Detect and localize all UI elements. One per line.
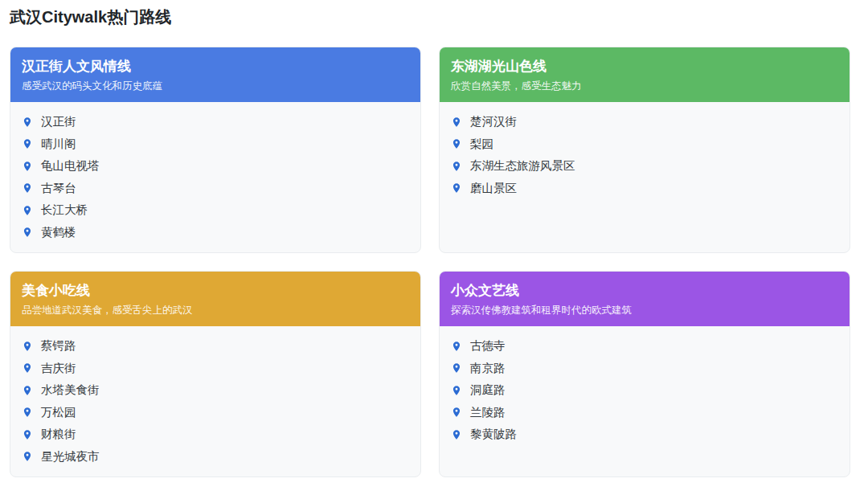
route-stop-item: 磨山景区	[451, 178, 838, 200]
route-description: 欣赏自然美景，感受生态魅力	[451, 80, 838, 93]
location-pin-icon	[22, 451, 33, 462]
location-pin-icon	[451, 429, 462, 440]
route-description: 品尝地道武汉美食，感受舌尖上的武汉	[22, 304, 409, 317]
route-stop-item: 万松园	[22, 402, 409, 424]
route-stop-item: 梨园	[451, 133, 838, 156]
stop-name: 梨园	[470, 133, 493, 155]
route-stop-item: 水塔美食街	[22, 379, 409, 402]
location-pin-icon	[22, 385, 33, 396]
route-title: 小众文艺线	[451, 281, 838, 301]
route-stop-item: 吉庆街	[22, 358, 409, 380]
location-pin-icon	[22, 182, 33, 194]
stop-name: 水塔美食街	[41, 379, 100, 401]
route-card: 汉正街人文风情线 感受武汉的码头文化和历史底蕴 汉正街 晴川阁 龟山电视塔	[10, 47, 421, 253]
route-stop-item: 洞庭路	[451, 379, 838, 402]
stop-name: 财粮街	[41, 423, 76, 445]
route-stop-item: 楚河汉街	[451, 111, 838, 133]
route-card-header: 小众文艺线 探索汉传佛教建筑和租界时代的欧式建筑	[440, 272, 850, 326]
stop-name: 洞庭路	[470, 379, 506, 401]
route-stop-item: 古琴台	[22, 178, 409, 200]
stop-name: 磨山景区	[470, 178, 517, 199]
route-stop-item: 东湖生态旅游风景区	[451, 155, 838, 178]
route-stop-item: 星光城夜市	[22, 446, 409, 468]
route-stop-item: 财粮街	[22, 423, 409, 446]
stop-name: 古德寺	[470, 335, 506, 357]
location-pin-icon	[22, 407, 33, 418]
location-pin-icon	[22, 429, 33, 440]
stop-name: 龟山电视塔	[41, 155, 100, 177]
location-pin-icon	[22, 117, 33, 128]
route-stop-item: 汉正街	[22, 111, 409, 133]
route-stop-item: 古德寺	[451, 335, 838, 358]
route-card: 小众文艺线 探索汉传佛教建筑和租界时代的欧式建筑 古德寺 南京路 洞庭路	[439, 271, 850, 477]
route-stop-item: 南京路	[451, 358, 838, 380]
route-stop-item: 晴川阁	[22, 133, 409, 156]
location-pin-icon	[451, 117, 462, 128]
stop-name: 黄鹤楼	[41, 222, 76, 243]
routes-grid: 汉正街人文风情线 感受武汉的码头文化和历史底蕴 汉正街 晴川阁 龟山电视塔	[10, 47, 850, 477]
location-pin-icon	[22, 138, 33, 149]
stop-name: 古琴台	[41, 178, 76, 199]
route-stop-item: 兰陵路	[451, 402, 838, 424]
stop-name: 东湖生态旅游风景区	[470, 155, 575, 177]
route-description: 探索汉传佛教建筑和租界时代的欧式建筑	[451, 304, 838, 317]
location-pin-icon	[22, 205, 33, 216]
route-stop-item: 蔡锷路	[22, 335, 409, 358]
location-pin-icon	[451, 385, 462, 396]
location-pin-icon	[451, 161, 462, 172]
location-pin-icon	[22, 227, 33, 238]
location-pin-icon	[451, 407, 462, 418]
route-title: 东湖湖光山色线	[451, 57, 838, 76]
route-description: 感受武汉的码头文化和历史底蕴	[22, 80, 409, 93]
location-pin-icon	[451, 138, 462, 149]
stop-name: 万松园	[41, 402, 76, 423]
location-pin-icon	[451, 182, 462, 194]
route-stop-item: 黄鹤楼	[22, 222, 409, 244]
page: 武汉Citywalk热门路线 汉正街人文风情线 感受武汉的码头文化和历史底蕴 汉…	[0, 0, 850, 477]
route-stops-list: 楚河汉街 梨园 东湖生态旅游风景区 磨山景区	[440, 102, 850, 252]
route-stop-item: 长江大桥	[22, 199, 409, 222]
route-stop-item: 黎黄陂路	[451, 423, 838, 446]
stop-name: 蔡锷路	[41, 335, 76, 357]
stop-name: 兰陵路	[470, 402, 506, 423]
stop-name: 南京路	[470, 358, 506, 379]
route-stops-list: 古德寺 南京路 洞庭路 兰陵路 黎黄陂路	[440, 326, 850, 477]
stop-name: 黎黄陂路	[470, 423, 517, 445]
location-pin-icon	[22, 341, 33, 352]
route-stop-item: 龟山电视塔	[22, 155, 409, 178]
stop-name: 吉庆街	[41, 358, 76, 379]
route-stops-list: 蔡锷路 吉庆街 水塔美食街 万松园 财粮街	[10, 326, 420, 477]
stop-name: 楚河汉街	[470, 111, 517, 133]
location-pin-icon	[22, 362, 33, 374]
location-pin-icon	[22, 161, 33, 172]
route-card-header: 汉正街人文风情线 感受武汉的码头文化和历史底蕴	[10, 47, 420, 102]
route-card-header: 东湖湖光山色线 欣赏自然美景，感受生态魅力	[440, 47, 850, 102]
location-pin-icon	[451, 362, 462, 374]
stop-name: 晴川阁	[41, 133, 76, 155]
location-pin-icon	[451, 341, 462, 352]
route-stops-list: 汉正街 晴川阁 龟山电视塔 古琴台 长江大桥	[10, 102, 420, 252]
route-card-header: 美食小吃线 品尝地道武汉美食，感受舌尖上的武汉	[10, 272, 420, 326]
stop-name: 星光城夜市	[41, 446, 100, 468]
route-title: 美食小吃线	[22, 281, 409, 301]
route-card: 东湖湖光山色线 欣赏自然美景，感受生态魅力 楚河汉街 梨园 东湖生态旅游风景区	[439, 47, 850, 253]
route-card: 美食小吃线 品尝地道武汉美食，感受舌尖上的武汉 蔡锷路 吉庆街 水塔美食街	[10, 271, 421, 477]
stop-name: 汉正街	[41, 111, 76, 133]
stop-name: 长江大桥	[41, 199, 88, 221]
page-title: 武汉Citywalk热门路线	[10, 7, 850, 27]
route-title: 汉正街人文风情线	[22, 57, 409, 76]
